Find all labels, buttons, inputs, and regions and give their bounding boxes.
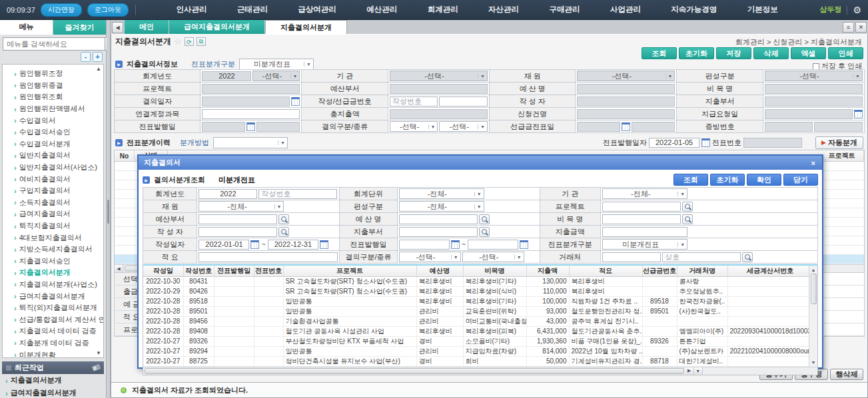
sidebar-tab-favorites[interactable]: 즐겨찾기: [53, 20, 106, 35]
calendar-icon[interactable]: [622, 122, 630, 131]
scroll-right-icon[interactable]: ▶: [685, 367, 694, 375]
text-input[interactable]: [390, 109, 488, 119]
text-input[interactable]: [202, 109, 300, 119]
sidebar-item[interactable]: ›4대보험지출결의서: [3, 232, 103, 244]
table-row[interactable]: 2022-10-2889501일반공통관리비교육훈련비(위탁)93,000철도운…: [143, 306, 809, 316]
sidebar-item[interactable]: ›지출결의서분개: [3, 267, 103, 279]
sidebar-item[interactable]: ›일반지출결의서(사업소): [3, 162, 103, 174]
sidebar-item[interactable]: ›지출결의서 데이터 검증: [3, 325, 103, 337]
scroll-up-icon[interactable]: ▲: [96, 66, 101, 72]
text-input[interactable]: [632, 122, 675, 132]
calendar-icon[interactable]: [246, 122, 255, 131]
sidebar-item[interactable]: ›수입결의서분개: [3, 138, 103, 150]
sidebar-item[interactable]: ›퇴직지출결의서: [3, 220, 103, 232]
sidebar-item[interactable]: ›소득지출결의서: [3, 197, 103, 209]
select[interactable]: -전체-▼: [399, 188, 484, 199]
sidebar-item[interactable]: ›퇴직(외)지출결의서분개: [3, 302, 103, 314]
close-icon[interactable]: ×: [810, 159, 817, 167]
grid-column-header[interactable]: 프로젝트: [283, 266, 416, 276]
select[interactable]: -전체-▼: [399, 201, 484, 212]
sidebar-item[interactable]: ›원인행위잔액명세서: [3, 103, 103, 115]
text-input[interactable]: [256, 122, 300, 132]
text-input[interactable]: [765, 97, 863, 106]
select[interactable]: -전체-▼: [199, 201, 284, 212]
tab-list-icon[interactable]: ≡: [843, 22, 854, 33]
document-tab[interactable]: 메인: [125, 20, 169, 34]
sidebar-item[interactable]: ›급여지출결의서분개: [3, 290, 103, 302]
modal-toolbar-button[interactable]: 조회: [673, 174, 708, 186]
text-input[interactable]: [199, 240, 249, 250]
splitter-grip[interactable]: [107, 200, 109, 224]
sidebar-item[interactable]: ›원인행위조회: [3, 91, 103, 103]
toolbar-button[interactable]: 조회: [642, 47, 677, 59]
calendar-icon[interactable]: [291, 97, 300, 106]
search-icon[interactable]: [479, 214, 490, 224]
text-input[interactable]: [202, 71, 251, 81]
extend-time-button[interactable]: 시간연장: [41, 3, 82, 17]
search-icon[interactable]: [278, 214, 289, 224]
text-input[interactable]: [399, 240, 450, 250]
topbar-menu-item[interactable]: 급상여관리: [298, 5, 336, 15]
scroll-down-icon[interactable]: ▼: [811, 359, 816, 367]
select[interactable]: -선택-▼: [462, 252, 524, 262]
collapse-all-button[interactable]: -: [81, 52, 91, 62]
document-tab[interactable]: 급여지출결의서분개: [169, 20, 264, 34]
select[interactable]: -선택-▼: [399, 252, 461, 262]
sidebar-item[interactable]: ›지방소득세지출결의서: [3, 244, 103, 256]
topbar-menu-item[interactable]: 인사관리: [177, 5, 207, 15]
topbar-menu-item[interactable]: 근태관리: [237, 5, 268, 15]
sidebar-item[interactable]: ›수입결의서승인: [3, 126, 103, 138]
favorite-star-icon[interactable]: ☆: [174, 37, 182, 47]
recent-work-item[interactable]: ›급여지출결의서분개: [0, 387, 106, 398]
modal-toolbar-button[interactable]: 확인: [747, 174, 781, 186]
recent-work-item[interactable]: ›지출결의서분개: [0, 374, 106, 387]
sidebar-item[interactable]: ›급여지출결의서: [3, 208, 103, 220]
gear-icon[interactable]: ⚙: [853, 5, 861, 15]
table-row[interactable]: 2022-10-2889408철도기관 공동사옥 시설관리 사업복리후생비복리후…: [143, 326, 809, 336]
toolbar-button[interactable]: 인쇄: [828, 47, 863, 59]
save-print-checkbox[interactable]: [813, 63, 819, 70]
document-tab[interactable]: 지출결의서분개: [265, 20, 347, 34]
text-input[interactable]: [199, 189, 257, 199]
sidebar-item[interactable]: ›지출분개 데이터 검증: [3, 337, 103, 349]
popup-icon[interactable]: ⧉: [197, 37, 206, 46]
calendar-icon[interactable]: [250, 240, 259, 249]
toolbar-button[interactable]: 초기화: [679, 47, 714, 59]
menu-search-input[interactable]: [3, 37, 105, 51]
scrollbar-thumb[interactable]: [145, 368, 684, 374]
toolbar-button[interactable]: 삭제: [753, 47, 789, 59]
text-input[interactable]: [199, 227, 277, 237]
select[interactable]: -선택-▼: [390, 71, 488, 81]
expand-all-button[interactable]: +: [93, 52, 103, 62]
text-input[interactable]: [577, 109, 675, 119]
topbar-menu-item[interactable]: 자산관리: [488, 5, 519, 15]
scroll-left-icon[interactable]: ◀: [115, 265, 123, 272]
calendar-icon[interactable]: [854, 110, 863, 118]
text-input[interactable]: [602, 227, 687, 237]
text-input[interactable]: [602, 202, 681, 212]
search-icon[interactable]: [682, 214, 693, 224]
scroll-up-icon[interactable]: ▲: [811, 266, 816, 274]
calendar-icon[interactable]: [701, 138, 710, 147]
grid-column-header[interactable]: 선급금번호: [642, 266, 677, 276]
topbar-menu-item[interactable]: 사업관리: [610, 5, 641, 15]
text-input[interactable]: [399, 214, 478, 224]
topbar-menu-item[interactable]: 기본정보: [747, 5, 778, 15]
refresh-icon[interactable]: ⟳: [185, 37, 194, 46]
tab-close-icon[interactable]: ✕: [855, 22, 867, 33]
sidebar-item[interactable]: ›원인행위조정: [3, 68, 103, 80]
text-input[interactable]: [199, 214, 277, 224]
tab-scroll-left-icon[interactable]: ◀: [112, 22, 123, 33]
text-input[interactable]: [602, 252, 661, 262]
grid-column-header[interactable]: 지출액: [526, 266, 569, 276]
sidebar-item[interactable]: ›수입결의서: [3, 114, 103, 126]
text-input[interactable]: [202, 97, 290, 106]
text-input[interactable]: [268, 240, 318, 250]
topbar-menu-item[interactable]: 회계관리: [428, 5, 458, 15]
modal-titlebar[interactable]: 지출결의서 ×: [139, 156, 822, 170]
grid-column-header[interactable]: 작성일: [143, 266, 183, 276]
row-edit-button[interactable]: 행삭제: [830, 369, 863, 380]
grid-column-header[interactable]: 예산명: [416, 266, 463, 276]
issue-date-input[interactable]: [649, 138, 699, 148]
sidebar-item[interactable]: ›구입지출결의서: [3, 185, 103, 197]
